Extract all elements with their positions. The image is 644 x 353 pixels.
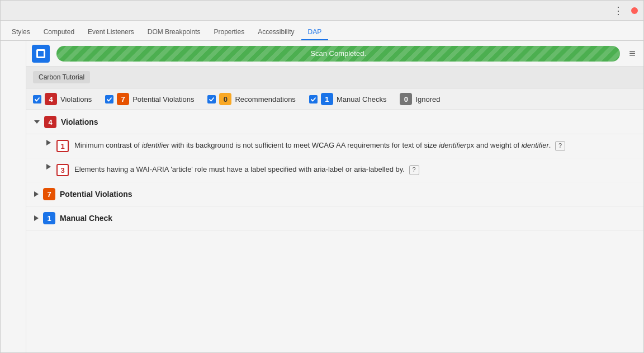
category-manual-count: 1 bbox=[43, 212, 55, 224]
section-title: Carbon Tutorial bbox=[33, 71, 90, 83]
issue-2-text: Elements having a WAI-ARIA 'article' rol… bbox=[74, 164, 419, 175]
filter-potential-violations[interactable]: 7 Potential Violations bbox=[105, 93, 194, 105]
left-gutter bbox=[1, 41, 26, 352]
content-wrapper: Scan Completed. ≡ Carbon Tutorial 4 bbox=[1, 41, 643, 352]
triangle-right-icon bbox=[46, 164, 51, 170]
category-violations-count: 4 bbox=[44, 116, 56, 128]
tab-event-listeners[interactable]: Event Listeners bbox=[81, 25, 141, 40]
tab-styles[interactable]: Styles bbox=[5, 25, 37, 40]
scan-button-icon bbox=[36, 49, 45, 58]
issue-1-count: 1 bbox=[56, 140, 69, 152]
tab-dap[interactable]: DAP bbox=[301, 25, 329, 40]
violations-count: 4 bbox=[45, 93, 57, 105]
filter-manual-checks[interactable]: 1 Manual Checks bbox=[309, 93, 387, 105]
triangle-right-icon bbox=[46, 140, 51, 145]
progress-bar: Scan Completed. bbox=[56, 46, 620, 62]
filter-recommendations-checkbox[interactable] bbox=[207, 95, 216, 103]
recommendations-label: Recommendations bbox=[235, 95, 295, 103]
tab-bar: Styles Computed Event Listeners DOM Brea… bbox=[1, 21, 643, 41]
filter-potential-checkbox[interactable] bbox=[105, 95, 113, 103]
triangle-right-icon bbox=[34, 215, 39, 221]
issue-1-help-icon[interactable]: ? bbox=[555, 141, 565, 151]
ignored-label: Ignored bbox=[415, 95, 440, 103]
filter-manual-checkbox[interactable] bbox=[309, 95, 318, 103]
ignored-count: 0 bbox=[400, 93, 412, 105]
progress-text: Scan Completed. bbox=[310, 49, 366, 58]
tab-computed[interactable]: Computed bbox=[37, 25, 81, 40]
filter-bar: 4 Violations 7 Potential Violations bbox=[26, 88, 643, 110]
category-manual-label: Manual Check bbox=[60, 214, 112, 223]
issue-2-help-icon[interactable]: ? bbox=[409, 165, 419, 175]
category-violations-label: Violations bbox=[61, 117, 98, 126]
dots-menu-icon[interactable]: ⋮ bbox=[613, 4, 624, 17]
manual-label: Manual Checks bbox=[337, 95, 387, 103]
filter-recommendations[interactable]: 0 Recommendations bbox=[207, 93, 295, 105]
triangle-right-icon bbox=[34, 191, 39, 197]
issue-row[interactable]: 3 Elements having a WAI-ARIA 'article' r… bbox=[26, 158, 643, 182]
close-button[interactable] bbox=[631, 7, 638, 14]
issue-2-count: 3 bbox=[56, 164, 69, 176]
recommendations-count: 0 bbox=[219, 93, 231, 105]
filter-violations-checkbox[interactable] bbox=[33, 95, 41, 103]
potential-label: Potential Violations bbox=[132, 95, 194, 103]
toolbar: Scan Completed. ≡ bbox=[26, 41, 643, 67]
category-potential-label: Potential Violations bbox=[60, 190, 132, 199]
title-bar: ⋮ bbox=[1, 1, 643, 21]
potential-count: 7 bbox=[117, 93, 129, 105]
devtools-window: ⋮ Styles Computed Event Listeners DOM Br… bbox=[0, 0, 644, 353]
tab-accessibility[interactable]: Accessibility bbox=[251, 25, 301, 40]
triangle-down-icon bbox=[34, 120, 40, 124]
tab-dom-breakpoints[interactable]: DOM Breakpoints bbox=[141, 25, 207, 40]
filter-violations[interactable]: 4 Violations bbox=[33, 93, 92, 105]
category-potential-count: 7 bbox=[43, 188, 55, 200]
scan-button[interactable] bbox=[32, 45, 50, 63]
category-potential-violations[interactable]: 7 Potential Violations bbox=[26, 182, 643, 206]
violations-label: Violations bbox=[60, 95, 92, 103]
menu-icon[interactable]: ≡ bbox=[627, 45, 638, 62]
filter-ignored[interactable]: 0 Ignored bbox=[400, 93, 440, 105]
issue-1-text: Minimum contrast of identifier with its … bbox=[74, 140, 565, 151]
panel-content: Scan Completed. ≡ Carbon Tutorial 4 bbox=[26, 41, 643, 352]
results-area: 4 Violations 1 Minimum contrast of ident… bbox=[26, 110, 643, 352]
section-header: Carbon Tutorial bbox=[26, 67, 643, 88]
category-violations[interactable]: 4 Violations bbox=[26, 110, 643, 134]
issue-row[interactable]: 1 Minimum contrast of identifier with it… bbox=[26, 134, 643, 158]
tab-properties[interactable]: Properties bbox=[207, 25, 251, 40]
category-manual-check[interactable]: 1 Manual Check bbox=[26, 206, 643, 230]
manual-count: 1 bbox=[321, 93, 333, 105]
